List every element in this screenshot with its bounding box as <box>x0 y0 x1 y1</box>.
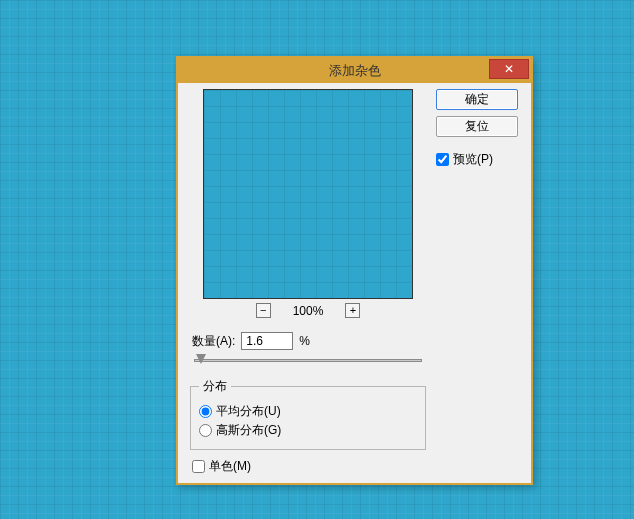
reset-button-label: 复位 <box>465 118 489 135</box>
preview-checkbox[interactable] <box>436 153 449 166</box>
zoom-controls: − 100% + <box>188 303 428 318</box>
desktop-background: 添加杂色 ✕ − 100% + 数量(A): <box>0 0 634 519</box>
radio-uniform-input[interactable] <box>199 405 212 418</box>
radio-uniform-label: 平均分布(U) <box>216 403 281 420</box>
preview-toggle[interactable]: 预览(P) <box>436 151 493 168</box>
distribution-legend: 分布 <box>199 378 231 395</box>
amount-row: 数量(A): % <box>192 332 428 350</box>
left-column: − 100% + 数量(A): % 分布 <box>188 89 428 475</box>
radio-gaussian[interactable]: 高斯分布(G) <box>199 422 417 439</box>
slider-track <box>194 359 422 362</box>
amount-input[interactable] <box>241 332 293 350</box>
amount-slider[interactable] <box>194 354 422 368</box>
preview-image[interactable] <box>203 89 413 299</box>
plus-icon: + <box>350 305 356 316</box>
dialog-title: 添加杂色 <box>178 62 531 80</box>
preview-label: 预览(P) <box>453 151 493 168</box>
slider-thumb[interactable] <box>196 354 206 364</box>
amount-label: 数量(A): <box>192 333 235 350</box>
distribution-group: 分布 平均分布(U) 高斯分布(G) <box>190 378 426 450</box>
zoom-level: 100% <box>293 304 324 318</box>
radio-uniform[interactable]: 平均分布(U) <box>199 403 417 420</box>
mono-checkbox[interactable] <box>192 460 205 473</box>
mono-label: 单色(M) <box>209 458 251 475</box>
ok-button[interactable]: 确定 <box>436 89 518 110</box>
zoom-in-button[interactable]: + <box>345 303 360 318</box>
amount-unit: % <box>299 334 310 348</box>
radio-gaussian-label: 高斯分布(G) <box>216 422 281 439</box>
radio-gaussian-input[interactable] <box>199 424 212 437</box>
titlebar[interactable]: 添加杂色 ✕ <box>178 58 531 83</box>
right-column: 确定 复位 预览(P) <box>436 89 521 475</box>
add-noise-dialog: 添加杂色 ✕ − 100% + 数量(A): <box>176 56 533 485</box>
minus-icon: − <box>260 305 266 316</box>
dialog-body: − 100% + 数量(A): % 分布 <box>178 83 531 483</box>
zoom-out-button[interactable]: − <box>256 303 271 318</box>
reset-button[interactable]: 复位 <box>436 116 518 137</box>
close-button[interactable]: ✕ <box>489 59 529 79</box>
mono-row[interactable]: 单色(M) <box>192 458 428 475</box>
close-icon: ✕ <box>504 63 514 75</box>
ok-button-label: 确定 <box>465 91 489 108</box>
